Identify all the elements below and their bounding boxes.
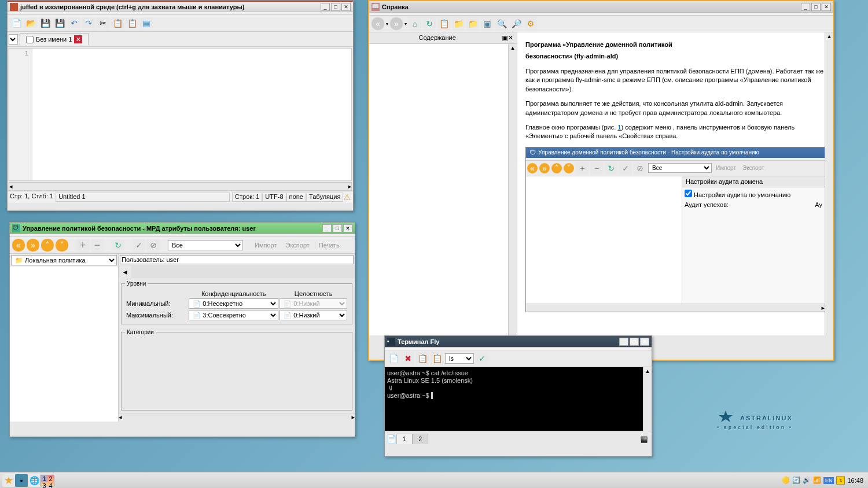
clock[interactable]: 16:48 <box>847 477 863 484</box>
workspace-switcher[interactable]: 1234 <box>41 475 54 486</box>
split-button[interactable]: ▦ <box>638 432 650 445</box>
nav-up-button[interactable]: ˄ <box>41 239 54 252</box>
dropdown-selector[interactable] <box>9 34 18 45</box>
lang-indicator[interactable]: EN <box>823 477 834 484</box>
maximize-button[interactable]: □ <box>811 3 821 11</box>
cancel-button[interactable]: ⊘ <box>147 239 160 252</box>
save-button[interactable]: 💾 <box>39 17 52 29</box>
nav-back-button[interactable]: « <box>372 17 384 30</box>
paste-button[interactable]: 📋 <box>431 352 443 365</box>
open-button[interactable]: 📂 <box>24 17 37 29</box>
tb-btn-1[interactable]: 📁 <box>452 17 465 30</box>
run-button[interactable]: ✓ <box>476 352 488 365</box>
tray-icon[interactable]: 🔄 <box>792 476 800 484</box>
apply-button[interactable]: ✓ <box>133 239 145 252</box>
max-intg-select[interactable]: 📄 0:Низкий <box>279 310 347 320</box>
close-button[interactable]: ✕ <box>343 224 352 232</box>
file-tab[interactable]: Без имени 1 ✕ <box>20 33 89 45</box>
cut-button[interactable]: ✂ <box>97 17 109 29</box>
help-window: 📖 Справка _ □ ✕ «▾ »▾ ⌂ ↻ 📋 📁 📁 ▣ 🔍 🔎 ⚙ … <box>368 0 834 361</box>
help-title: Справка <box>382 3 801 10</box>
maximize-button[interactable]: □ <box>331 3 340 11</box>
minimize-button[interactable]: _ <box>322 224 332 232</box>
detach-icon[interactable]: ▣ <box>502 34 507 42</box>
filemanager-launcher[interactable]: ▪ <box>15 474 28 487</box>
nav-fwd-button[interactable]: » <box>390 17 403 30</box>
term-tab-1[interactable]: 1 <box>396 434 413 444</box>
term-tab-2[interactable]: 2 <box>413 434 429 444</box>
minimize-button[interactable]: _ <box>801 3 810 11</box>
user-field[interactable] <box>120 255 354 264</box>
close-button[interactable]: ✕ <box>822 3 831 11</box>
tb-btn-2[interactable]: 📁 <box>466 17 479 30</box>
start-button[interactable]: ★ <box>2 474 15 487</box>
terminal-output[interactable]: user@astra:~$ cat /etc/issue Astra Linux… <box>385 367 643 431</box>
warning-icon: ⚠ <box>343 193 351 202</box>
v-scrollbar[interactable]: ▴ <box>643 367 652 431</box>
copy-button[interactable]: 📋 <box>416 352 429 365</box>
maximize-button[interactable]: □ <box>333 224 342 232</box>
sessions-button[interactable]: ▤ <box>140 17 153 29</box>
v-scrollbar[interactable]: ▴ <box>825 32 833 335</box>
paste-button[interactable]: 📋 <box>126 17 138 29</box>
reload-button[interactable]: ↻ <box>423 17 436 30</box>
v-scrollbar[interactable]: ▴ <box>508 44 517 335</box>
workspace-indicator[interactable]: 1 <box>836 476 845 485</box>
tab-checkbox[interactable] <box>26 36 34 43</box>
juffed-titlebar[interactable]: juffed в изолированной среде (ctrl+g для… <box>8 1 353 12</box>
close-button[interactable]: ✕ <box>640 338 649 346</box>
new-tab-button[interactable]: 📄 <box>387 352 400 365</box>
nav-fwd-button[interactable]: » <box>27 239 39 252</box>
copy-button[interactable]: 📋 <box>437 17 450 30</box>
add-button[interactable]: + <box>76 239 89 252</box>
cmd-select[interactable]: ls <box>445 353 474 364</box>
undo-button[interactable]: ↶ <box>68 17 80 29</box>
find-button[interactable]: 🔍 <box>495 17 508 30</box>
nav-back-button[interactable]: « <box>12 239 25 252</box>
policy-titlebar[interactable]: 🛡 Управление политикой безопасности - МР… <box>10 223 355 234</box>
close-panel-icon[interactable]: ✕ <box>508 34 513 42</box>
new-term-tab-button[interactable]: 📄 <box>386 434 396 444</box>
help-toc-tree[interactable]: ▴ <box>369 44 517 335</box>
breadcrumb-select[interactable]: 📁 Локальная политика <box>11 255 117 265</box>
system-tray: 🟡 🔄 🔊 📶 EN 1 16:48 <box>779 476 866 485</box>
policy-tree[interactable] <box>10 267 118 422</box>
taskbar: ★ ▪ 🌐 1234 🟡 🔄 🔊 📶 EN 1 16:48 <box>0 472 868 488</box>
minimize-button[interactable]: _ <box>619 338 628 346</box>
editor-area[interactable] <box>32 49 351 180</box>
juffed-toolbar: 📄 📂 💾 💾 ↶ ↷ ✂ 📋 📋 ▤ <box>8 15 353 32</box>
close-tab-icon[interactable]: ✕ <box>74 35 82 43</box>
tray-icon[interactable]: 🟡 <box>782 476 790 484</box>
minimize-button[interactable]: _ <box>321 3 330 11</box>
find-next-button[interactable]: 🔎 <box>510 17 523 30</box>
home-button[interactable]: ⌂ <box>409 17 421 30</box>
redo-button[interactable]: ↷ <box>82 17 95 29</box>
astralinux-logo: ASTRALINUX • special edition • <box>717 406 793 430</box>
category-select[interactable]: Все <box>168 240 243 250</box>
network-icon[interactable]: 📶 <box>813 476 821 484</box>
max-conf-select[interactable]: 📄 3:Совсекретно <box>189 310 278 320</box>
line-num-gutter: 1 <box>9 49 32 180</box>
maximize-button[interactable]: □ <box>630 338 639 346</box>
import-button[interactable]: Импорт <box>251 242 280 249</box>
export-button[interactable]: Экспорт <box>282 242 312 249</box>
help-titlebar[interactable]: 📖 Справка _ □ ✕ <box>369 1 833 13</box>
h-scrollbar[interactable]: ◂▸ <box>119 413 355 422</box>
remove-button[interactable]: − <box>91 239 104 252</box>
volume-icon[interactable]: 🔊 <box>803 476 811 484</box>
new-file-button[interactable]: 📄 <box>10 17 23 29</box>
close-button[interactable]: ✕ <box>341 3 351 11</box>
bookmark-button[interactable]: ▣ <box>481 17 494 30</box>
juffed-icon <box>10 3 18 11</box>
refresh-button[interactable]: ↻ <box>112 239 124 252</box>
close-tab-button[interactable]: ✖ <box>402 352 414 365</box>
min-conf-select[interactable]: 📄 0:Несекретно <box>189 298 278 309</box>
copy-button[interactable]: 📋 <box>111 17 124 29</box>
print-button[interactable]: Печать <box>315 242 343 249</box>
terminal-titlebar[interactable]: ▪ Терминал Fly _ □ ✕ <box>385 336 652 347</box>
h-scrollbar[interactable]: ◂▸ <box>9 182 352 191</box>
browser-launcher[interactable]: 🌐 <box>28 474 41 487</box>
saveall-button[interactable]: 💾 <box>53 17 66 29</box>
config-button[interactable]: ⚙ <box>524 17 537 30</box>
nav-down-button[interactable]: ˅ <box>56 239 68 252</box>
